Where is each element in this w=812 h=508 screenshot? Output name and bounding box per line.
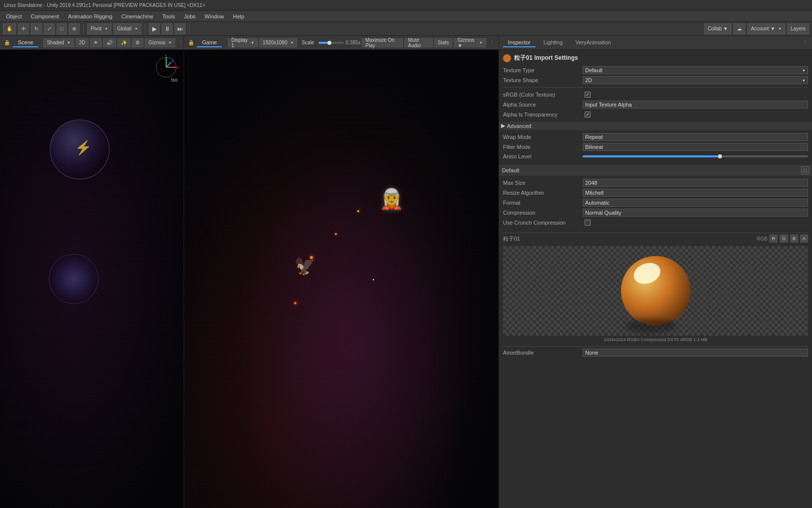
resolution-dropdown[interactable]: 1920x1080 bbox=[259, 38, 297, 47]
channel-a[interactable]: A bbox=[800, 235, 808, 243]
character-left: 🦅 bbox=[294, 256, 316, 276]
asset-title: 粒子01 Import Settings bbox=[503, 54, 808, 62]
maximize-on-play[interactable]: Maximize On Play bbox=[362, 38, 403, 47]
max-size-label: Max Size bbox=[503, 180, 583, 186]
toolbar-separator-1 bbox=[83, 24, 84, 34]
global-toggle[interactable]: Global bbox=[113, 23, 141, 34]
filter-mode-value[interactable]: Bilinear bbox=[583, 143, 808, 151]
rotate-tool[interactable]: ↻ bbox=[31, 23, 42, 34]
gizmos-game-dropdown[interactable]: Gizmos ▼ bbox=[454, 38, 486, 47]
rect-tool[interactable]: □ bbox=[57, 23, 67, 34]
game-panel: 🔒 Game Display 1 1920x1080 Scale 0.385x … bbox=[184, 36, 499, 508]
2d-toggle[interactable]: 2D bbox=[76, 38, 89, 47]
asset-name-text: 粒子01 Import Settings bbox=[514, 54, 578, 62]
very-animation-tab[interactable]: VeryAnimation bbox=[571, 38, 616, 47]
max-size-value[interactable]: 2048 bbox=[583, 179, 808, 187]
compression-value[interactable]: Normal Quality bbox=[583, 209, 808, 217]
shade-mode-dropdown[interactable]: Shaded bbox=[43, 38, 74, 47]
platform-icon[interactable]: □ bbox=[801, 166, 809, 174]
wrap-mode-row: Wrap Mode Repeat bbox=[503, 132, 808, 142]
hand-tool[interactable]: ✋ bbox=[3, 23, 16, 34]
layers-button[interactable]: Layers bbox=[787, 23, 809, 34]
alpha-source-row: Alpha Source Input Texture Alpha bbox=[503, 100, 808, 110]
gizmos-dropdown[interactable]: Gizmos bbox=[145, 38, 175, 47]
channel-r[interactable]: R bbox=[769, 235, 778, 243]
menu-animation-rigging[interactable]: Animation Rigging bbox=[64, 12, 116, 20]
universal-tool[interactable]: ⊕ bbox=[69, 23, 80, 34]
divider-1 bbox=[503, 87, 808, 88]
fx-toggle[interactable]: ✨ bbox=[117, 38, 130, 47]
channel-b[interactable]: B bbox=[790, 235, 798, 243]
orb-shadow bbox=[626, 318, 676, 333]
scene-tab[interactable]: Scene bbox=[13, 38, 38, 47]
advanced-section[interactable]: ▶ Advanced bbox=[499, 122, 812, 130]
resize-alg-row: Resize Algorithm Mitchell bbox=[503, 188, 808, 198]
collab-button[interactable]: Collab ▼ bbox=[704, 23, 731, 34]
alpha-transparency-checkbox[interactable]: ✓ bbox=[583, 111, 808, 119]
asset-bundle-value[interactable]: None bbox=[583, 349, 808, 357]
scene-view[interactable]: ⚡ X Y Z Iso bbox=[0, 50, 184, 508]
compression-label: Compression bbox=[503, 210, 583, 216]
game-tab[interactable]: Game bbox=[197, 38, 222, 47]
stats-button[interactable]: Stats bbox=[434, 38, 453, 47]
alpha-source-value[interactable]: Input Texture Alpha bbox=[583, 101, 808, 109]
scale-slider-thumb[interactable] bbox=[327, 41, 331, 45]
asset-bundle-label: AssetBundle bbox=[503, 350, 583, 356]
texture-type-value[interactable]: Default bbox=[583, 66, 808, 74]
game-purple-glow bbox=[184, 50, 499, 508]
wrap-mode-value[interactable]: Repeat bbox=[583, 133, 808, 141]
preview-info-text: 1024x1024 RGBA Compressed DXT5 sRGB 1.3 … bbox=[503, 337, 808, 342]
pause-button[interactable]: ⏸ bbox=[162, 23, 173, 34]
scale-slider[interactable] bbox=[318, 42, 344, 44]
advanced-label: Advanced bbox=[507, 123, 531, 129]
game-panel-menu[interactable]: ⋮ bbox=[489, 39, 495, 46]
cloud-button[interactable]: ☁ bbox=[733, 23, 745, 34]
step-button[interactable]: ⏭ bbox=[175, 23, 186, 34]
game-header: 🔒 Game Display 1 1920x1080 Scale 0.385x … bbox=[184, 36, 499, 50]
lighting-tab[interactable]: Lighting bbox=[538, 38, 568, 47]
inspector-tab[interactable]: Inspector bbox=[503, 38, 535, 47]
mute-audio[interactable]: Mute Audio bbox=[405, 38, 433, 47]
preview-controls: RGB R G B A bbox=[757, 235, 808, 243]
move-tool[interactable]: ✛ bbox=[18, 23, 29, 34]
scene-panel-menu[interactable]: ⋮ bbox=[178, 39, 184, 46]
menu-jobs[interactable]: Jobs bbox=[180, 12, 200, 20]
scale-tool[interactable]: ⤢ bbox=[44, 23, 55, 34]
texture-shape-row: Texture Shape 2D bbox=[503, 75, 808, 85]
max-size-row: Max Size 2048 bbox=[503, 178, 808, 188]
aniso-slider[interactable] bbox=[583, 155, 808, 157]
menu-window[interactable]: Window bbox=[201, 12, 228, 20]
alpha-source-label: Alpha Source bbox=[503, 102, 583, 108]
resize-alg-value[interactable]: Mitchell bbox=[583, 189, 808, 197]
title-bar: Linux Standalone - Unity 2019.4.29f1c1 P… bbox=[0, 0, 812, 11]
scene-header: 🔒 Scene Shaded 2D ☀ 🔊 ✨ ⚙ Gizmos ⋮ bbox=[0, 36, 184, 50]
menu-help[interactable]: Help bbox=[229, 12, 248, 20]
filter-mode-label: Filter Mode bbox=[503, 144, 583, 150]
account-button[interactable]: Account ▼ bbox=[747, 23, 785, 34]
compression-row: Compression Normal Quality bbox=[503, 208, 808, 218]
light-toggle[interactable]: ☀ bbox=[90, 38, 102, 47]
asset-bundle-row: AssetBundle None bbox=[503, 346, 808, 358]
audio-toggle[interactable]: 🔊 bbox=[103, 38, 116, 47]
srgb-checkbox[interactable]: ✓ bbox=[583, 91, 808, 99]
scale-value: 0.385x bbox=[345, 40, 360, 45]
crunch-checkbox[interactable] bbox=[583, 219, 808, 227]
texture-type-row: Texture Type Default bbox=[503, 65, 808, 75]
scene-gizmo: X Y Z bbox=[154, 55, 179, 80]
menu-cinemachine[interactable]: Cinemachine bbox=[117, 12, 157, 20]
channel-g[interactable]: G bbox=[780, 235, 788, 243]
format-value[interactable]: Automatic bbox=[583, 199, 808, 207]
srgb-row: sRGB (Color Texture) ✓ bbox=[503, 90, 808, 100]
inspector-menu[interactable]: ⋮ bbox=[803, 39, 808, 46]
color-mode-label: RGB bbox=[757, 236, 768, 242]
scene-settings[interactable]: ⚙ bbox=[132, 38, 143, 47]
platform-header: Default □ bbox=[499, 165, 812, 176]
inspector-header: Inspector Lighting VeryAnimation ⋮ bbox=[499, 36, 812, 50]
pivot-toggle[interactable]: Pivot bbox=[87, 23, 111, 34]
texture-shape-value[interactable]: 2D bbox=[583, 76, 808, 84]
menu-tools[interactable]: Tools bbox=[158, 12, 179, 20]
play-button[interactable]: ▶ bbox=[149, 23, 160, 34]
display-dropdown[interactable]: Display 1 bbox=[228, 38, 258, 47]
menu-object[interactable]: Object bbox=[2, 12, 26, 20]
menu-component[interactable]: Component bbox=[27, 12, 63, 20]
